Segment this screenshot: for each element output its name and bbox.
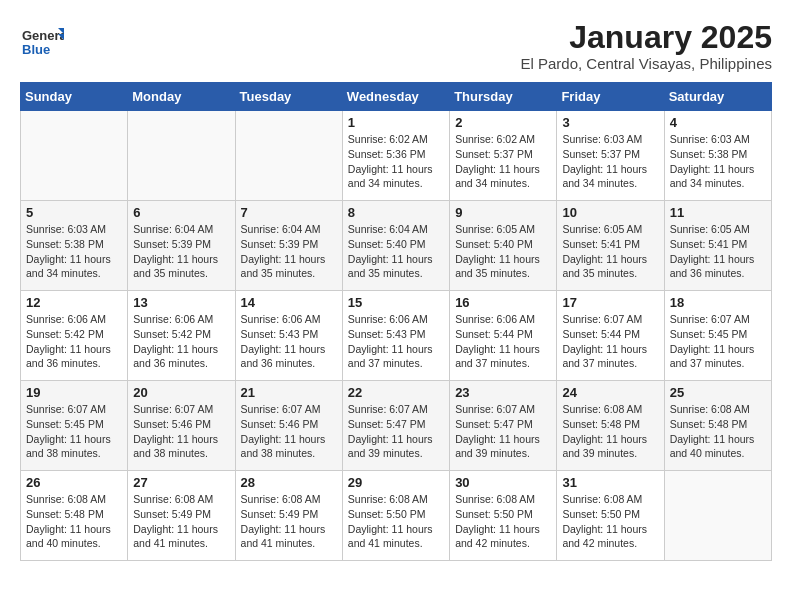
calendar-cell: 24Sunrise: 6:08 AMSunset: 5:48 PMDayligh…: [557, 381, 664, 471]
day-info: Sunrise: 6:08 AMSunset: 5:50 PMDaylight:…: [562, 492, 658, 551]
svg-text:General: General: [22, 28, 64, 43]
logo-icon: General Blue: [20, 20, 64, 64]
day-number: 21: [241, 385, 337, 400]
day-info: Sunrise: 6:02 AMSunset: 5:36 PMDaylight:…: [348, 132, 444, 191]
day-number: 8: [348, 205, 444, 220]
day-number: 6: [133, 205, 229, 220]
calendar-cell: [128, 111, 235, 201]
calendar-cell: 23Sunrise: 6:07 AMSunset: 5:47 PMDayligh…: [450, 381, 557, 471]
day-number: 10: [562, 205, 658, 220]
calendar-table: Sunday Monday Tuesday Wednesday Thursday…: [20, 82, 772, 561]
day-info: Sunrise: 6:03 AMSunset: 5:37 PMDaylight:…: [562, 132, 658, 191]
calendar-week-row: 5Sunrise: 6:03 AMSunset: 5:38 PMDaylight…: [21, 201, 772, 291]
calendar-cell: [21, 111, 128, 201]
col-monday: Monday: [128, 83, 235, 111]
calendar-cell: 7Sunrise: 6:04 AMSunset: 5:39 PMDaylight…: [235, 201, 342, 291]
day-number: 24: [562, 385, 658, 400]
calendar-cell: 10Sunrise: 6:05 AMSunset: 5:41 PMDayligh…: [557, 201, 664, 291]
day-number: 11: [670, 205, 766, 220]
day-number: 28: [241, 475, 337, 490]
day-info: Sunrise: 6:08 AMSunset: 5:49 PMDaylight:…: [241, 492, 337, 551]
day-info: Sunrise: 6:04 AMSunset: 5:39 PMDaylight:…: [133, 222, 229, 281]
calendar-week-row: 19Sunrise: 6:07 AMSunset: 5:45 PMDayligh…: [21, 381, 772, 471]
calendar-week-row: 26Sunrise: 6:08 AMSunset: 5:48 PMDayligh…: [21, 471, 772, 561]
calendar-cell: 14Sunrise: 6:06 AMSunset: 5:43 PMDayligh…: [235, 291, 342, 381]
day-number: 3: [562, 115, 658, 130]
day-info: Sunrise: 6:06 AMSunset: 5:43 PMDaylight:…: [348, 312, 444, 371]
day-info: Sunrise: 6:07 AMSunset: 5:44 PMDaylight:…: [562, 312, 658, 371]
calendar-cell: 25Sunrise: 6:08 AMSunset: 5:48 PMDayligh…: [664, 381, 771, 471]
col-sunday: Sunday: [21, 83, 128, 111]
day-info: Sunrise: 6:02 AMSunset: 5:37 PMDaylight:…: [455, 132, 551, 191]
day-number: 7: [241, 205, 337, 220]
calendar-cell: 11Sunrise: 6:05 AMSunset: 5:41 PMDayligh…: [664, 201, 771, 291]
day-number: 19: [26, 385, 122, 400]
day-number: 22: [348, 385, 444, 400]
calendar-cell: 28Sunrise: 6:08 AMSunset: 5:49 PMDayligh…: [235, 471, 342, 561]
calendar-cell: 31Sunrise: 6:08 AMSunset: 5:50 PMDayligh…: [557, 471, 664, 561]
calendar-subtitle: El Pardo, Central Visayas, Philippines: [520, 55, 772, 72]
calendar-cell: 17Sunrise: 6:07 AMSunset: 5:44 PMDayligh…: [557, 291, 664, 381]
day-info: Sunrise: 6:06 AMSunset: 5:43 PMDaylight:…: [241, 312, 337, 371]
day-info: Sunrise: 6:08 AMSunset: 5:48 PMDaylight:…: [562, 402, 658, 461]
calendar-cell: 30Sunrise: 6:08 AMSunset: 5:50 PMDayligh…: [450, 471, 557, 561]
col-wednesday: Wednesday: [342, 83, 449, 111]
calendar-cell: 20Sunrise: 6:07 AMSunset: 5:46 PMDayligh…: [128, 381, 235, 471]
calendar-week-row: 1Sunrise: 6:02 AMSunset: 5:36 PMDaylight…: [21, 111, 772, 201]
col-thursday: Thursday: [450, 83, 557, 111]
day-info: Sunrise: 6:07 AMSunset: 5:45 PMDaylight:…: [26, 402, 122, 461]
day-number: 25: [670, 385, 766, 400]
day-number: 29: [348, 475, 444, 490]
calendar-cell: 8Sunrise: 6:04 AMSunset: 5:40 PMDaylight…: [342, 201, 449, 291]
calendar-cell: 1Sunrise: 6:02 AMSunset: 5:36 PMDaylight…: [342, 111, 449, 201]
day-info: Sunrise: 6:04 AMSunset: 5:39 PMDaylight:…: [241, 222, 337, 281]
day-info: Sunrise: 6:05 AMSunset: 5:41 PMDaylight:…: [670, 222, 766, 281]
day-info: Sunrise: 6:03 AMSunset: 5:38 PMDaylight:…: [670, 132, 766, 191]
calendar-cell: [235, 111, 342, 201]
day-info: Sunrise: 6:04 AMSunset: 5:40 PMDaylight:…: [348, 222, 444, 281]
svg-text:Blue: Blue: [22, 42, 50, 57]
day-info: Sunrise: 6:07 AMSunset: 5:47 PMDaylight:…: [455, 402, 551, 461]
day-info: Sunrise: 6:08 AMSunset: 5:50 PMDaylight:…: [348, 492, 444, 551]
day-number: 14: [241, 295, 337, 310]
day-number: 30: [455, 475, 551, 490]
day-number: 23: [455, 385, 551, 400]
calendar-cell: 29Sunrise: 6:08 AMSunset: 5:50 PMDayligh…: [342, 471, 449, 561]
calendar-cell: 3Sunrise: 6:03 AMSunset: 5:37 PMDaylight…: [557, 111, 664, 201]
calendar-title: January 2025: [520, 20, 772, 55]
day-info: Sunrise: 6:03 AMSunset: 5:38 PMDaylight:…: [26, 222, 122, 281]
calendar-body: 1Sunrise: 6:02 AMSunset: 5:36 PMDaylight…: [21, 111, 772, 561]
calendar-cell: 27Sunrise: 6:08 AMSunset: 5:49 PMDayligh…: [128, 471, 235, 561]
calendar-cell: 15Sunrise: 6:06 AMSunset: 5:43 PMDayligh…: [342, 291, 449, 381]
day-info: Sunrise: 6:07 AMSunset: 5:46 PMDaylight:…: [241, 402, 337, 461]
calendar-cell: 2Sunrise: 6:02 AMSunset: 5:37 PMDaylight…: [450, 111, 557, 201]
header-row: Sunday Monday Tuesday Wednesday Thursday…: [21, 83, 772, 111]
day-number: 20: [133, 385, 229, 400]
day-info: Sunrise: 6:06 AMSunset: 5:44 PMDaylight:…: [455, 312, 551, 371]
day-number: 5: [26, 205, 122, 220]
day-number: 15: [348, 295, 444, 310]
day-info: Sunrise: 6:07 AMSunset: 5:47 PMDaylight:…: [348, 402, 444, 461]
header: General Blue January 2025 El Pardo, Cent…: [20, 20, 772, 72]
day-info: Sunrise: 6:06 AMSunset: 5:42 PMDaylight:…: [133, 312, 229, 371]
day-info: Sunrise: 6:08 AMSunset: 5:50 PMDaylight:…: [455, 492, 551, 551]
day-info: Sunrise: 6:07 AMSunset: 5:46 PMDaylight:…: [133, 402, 229, 461]
day-info: Sunrise: 6:08 AMSunset: 5:49 PMDaylight:…: [133, 492, 229, 551]
day-info: Sunrise: 6:06 AMSunset: 5:42 PMDaylight:…: [26, 312, 122, 371]
title-block: January 2025 El Pardo, Central Visayas, …: [520, 20, 772, 72]
day-number: 27: [133, 475, 229, 490]
col-saturday: Saturday: [664, 83, 771, 111]
calendar-cell: 9Sunrise: 6:05 AMSunset: 5:40 PMDaylight…: [450, 201, 557, 291]
day-number: 1: [348, 115, 444, 130]
calendar-cell: 22Sunrise: 6:07 AMSunset: 5:47 PMDayligh…: [342, 381, 449, 471]
day-number: 16: [455, 295, 551, 310]
day-number: 4: [670, 115, 766, 130]
day-info: Sunrise: 6:05 AMSunset: 5:40 PMDaylight:…: [455, 222, 551, 281]
calendar-cell: 5Sunrise: 6:03 AMSunset: 5:38 PMDaylight…: [21, 201, 128, 291]
calendar-cell: [664, 471, 771, 561]
calendar-cell: 6Sunrise: 6:04 AMSunset: 5:39 PMDaylight…: [128, 201, 235, 291]
logo: General Blue: [20, 20, 64, 68]
day-info: Sunrise: 6:07 AMSunset: 5:45 PMDaylight:…: [670, 312, 766, 371]
calendar-cell: 16Sunrise: 6:06 AMSunset: 5:44 PMDayligh…: [450, 291, 557, 381]
day-info: Sunrise: 6:08 AMSunset: 5:48 PMDaylight:…: [670, 402, 766, 461]
